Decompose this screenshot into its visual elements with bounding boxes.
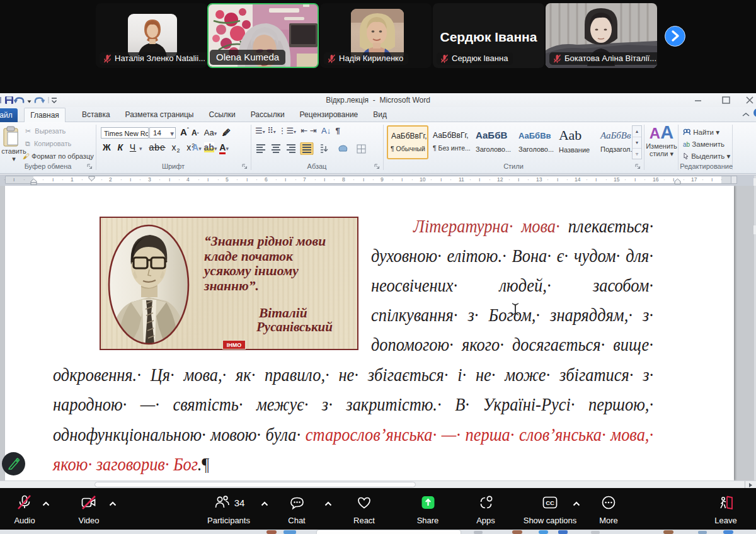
svg-text:CC: CC [546,499,554,506]
